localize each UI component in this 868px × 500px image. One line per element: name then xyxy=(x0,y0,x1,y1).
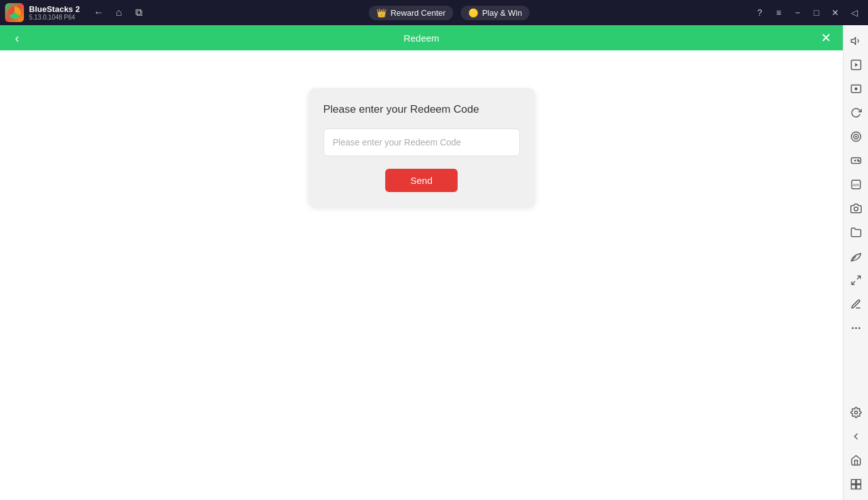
title-bar-nav: ← ⌂ ⧉ xyxy=(90,4,148,21)
volume-icon[interactable] xyxy=(845,30,867,52)
title-bar-right: ? ≡ − □ ✕ ◁ xyxy=(751,4,863,21)
reward-emoji: 👑 xyxy=(376,8,386,18)
sidebar-toggle-button[interactable]: ◁ xyxy=(845,4,863,21)
svg-line-16 xyxy=(857,276,860,279)
sidebar-back-icon[interactable] xyxy=(845,426,867,447)
svg-rect-22 xyxy=(851,480,855,484)
svg-point-21 xyxy=(854,411,857,414)
draw-icon[interactable] xyxy=(845,293,867,315)
maximize-button[interactable]: □ xyxy=(808,4,825,21)
page-content: Please enter your Redeem Code Send xyxy=(0,50,843,500)
svg-marker-0 xyxy=(851,38,855,45)
redeem-code-input[interactable] xyxy=(324,128,520,156)
minimize-button[interactable]: − xyxy=(789,4,806,21)
content-area: ‹ Redeem ✕ Please enter your Redeem Code… xyxy=(0,25,868,500)
close-button[interactable]: ✕ xyxy=(826,4,844,21)
svg-line-17 xyxy=(852,281,855,285)
nav-tabs-button[interactable]: ⧉ xyxy=(130,4,148,21)
menu-button[interactable]: ≡ xyxy=(770,4,787,21)
svg-point-4 xyxy=(854,88,857,91)
send-button[interactable]: Send xyxy=(385,169,458,192)
sidebar-home-icon[interactable] xyxy=(845,450,867,471)
svg-marker-2 xyxy=(855,63,858,67)
svg-point-15 xyxy=(854,207,858,211)
screen-record-icon[interactable] xyxy=(845,78,867,99)
screenshot-icon[interactable] xyxy=(845,198,867,219)
sidebar-apps-icon[interactable] xyxy=(845,474,867,495)
svg-point-20 xyxy=(858,327,860,329)
svg-rect-23 xyxy=(856,480,860,484)
svg-point-7 xyxy=(855,136,857,137)
app-version: 5.13.0.1048 P64 xyxy=(29,14,80,21)
reward-center-label: Reward Center xyxy=(390,8,445,18)
play-win-button[interactable]: 🟡 Play & Win xyxy=(461,6,530,20)
play-media-icon[interactable] xyxy=(845,54,867,76)
main-area: ‹ Redeem ✕ Please enter your Redeem Code… xyxy=(0,25,843,500)
apk-icon[interactable]: APK xyxy=(845,174,867,195)
resize-icon[interactable] xyxy=(845,270,867,291)
play-win-label: Play & Win xyxy=(482,8,522,18)
topbar-close-button[interactable]: ✕ xyxy=(816,28,835,47)
gamepad-icon[interactable] xyxy=(845,150,867,171)
play-emoji: 🟡 xyxy=(468,8,478,18)
right-sidebar: APK xyxy=(843,25,868,500)
eco-icon[interactable] xyxy=(845,246,867,267)
topbar-back-button[interactable]: ‹ xyxy=(8,28,26,47)
svg-point-19 xyxy=(855,327,857,329)
folder-icon[interactable] xyxy=(845,222,867,243)
refresh-icon[interactable] xyxy=(845,102,867,123)
svg-text:APK: APK xyxy=(852,183,859,187)
svg-rect-24 xyxy=(851,485,855,489)
app-name: BlueStacks 2 xyxy=(29,4,80,14)
more-icon[interactable] xyxy=(845,317,867,339)
target-icon[interactable] xyxy=(845,126,867,147)
nav-back-button[interactable]: ← xyxy=(90,4,108,21)
reward-center-button[interactable]: 👑 Reward Center xyxy=(369,6,453,20)
svg-point-18 xyxy=(852,327,854,329)
title-bar: BlueStacks 2 5.13.0.1048 P64 ← ⌂ ⧉ 👑 Rew… xyxy=(0,0,868,25)
app-logo xyxy=(5,3,24,22)
redeem-card: Please enter your Redeem Code Send xyxy=(308,88,535,207)
app-info: BlueStacks 2 5.13.0.1048 P64 xyxy=(29,4,80,21)
nav-home-button[interactable]: ⌂ xyxy=(110,4,128,21)
title-bar-center: 👑 Reward Center 🟡 Play & Win xyxy=(153,6,746,20)
redeem-title: Please enter your Redeem Code xyxy=(324,103,520,116)
svg-rect-25 xyxy=(856,485,860,489)
topbar-title: Redeem xyxy=(403,33,439,43)
svg-point-12 xyxy=(858,161,859,162)
app-logo-inner xyxy=(8,6,21,19)
settings-icon[interactable] xyxy=(845,402,867,423)
help-button[interactable]: ? xyxy=(751,4,769,21)
top-bar: ‹ Redeem ✕ xyxy=(0,25,843,50)
